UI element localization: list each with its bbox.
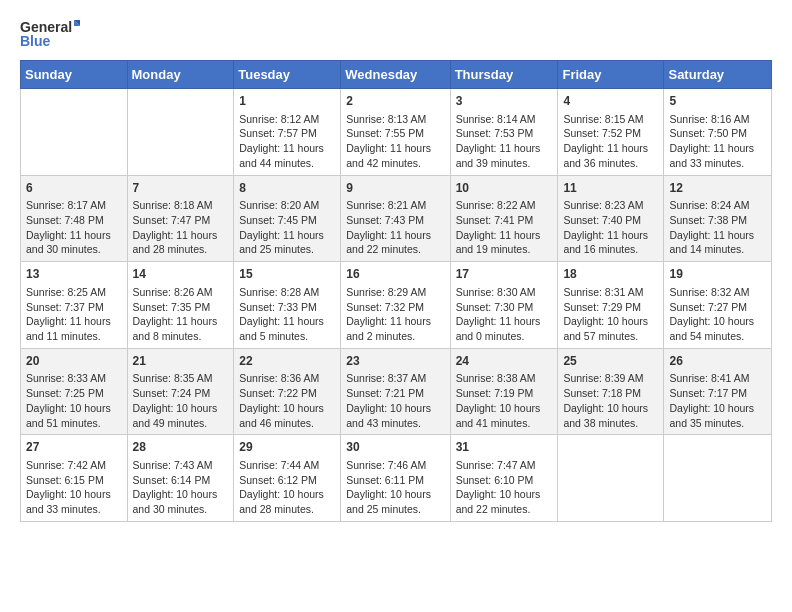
calendar-day-15: 15Sunrise: 8:28 AM Sunset: 7:33 PM Dayli… [234, 262, 341, 349]
col-header-thursday: Thursday [450, 61, 558, 89]
day-info: Sunrise: 8:26 AM Sunset: 7:35 PM Dayligh… [133, 285, 229, 344]
day-number: 27 [26, 439, 122, 456]
calendar-day-30: 30Sunrise: 7:46 AM Sunset: 6:11 PM Dayli… [341, 435, 450, 522]
calendar-day-31: 31Sunrise: 7:47 AM Sunset: 6:10 PM Dayli… [450, 435, 558, 522]
calendar-day-8: 8Sunrise: 8:20 AM Sunset: 7:45 PM Daylig… [234, 175, 341, 262]
calendar-week-row: 20Sunrise: 8:33 AM Sunset: 7:25 PM Dayli… [21, 348, 772, 435]
calendar-day-24: 24Sunrise: 8:38 AM Sunset: 7:19 PM Dayli… [450, 348, 558, 435]
calendar-table: SundayMondayTuesdayWednesdayThursdayFrid… [20, 60, 772, 522]
calendar-day-7: 7Sunrise: 8:18 AM Sunset: 7:47 PM Daylig… [127, 175, 234, 262]
calendar-day-empty [558, 435, 664, 522]
day-number: 29 [239, 439, 335, 456]
page-header: General Blue [20, 16, 772, 52]
day-number: 23 [346, 353, 444, 370]
day-info: Sunrise: 8:38 AM Sunset: 7:19 PM Dayligh… [456, 371, 553, 430]
day-number: 22 [239, 353, 335, 370]
day-number: 15 [239, 266, 335, 283]
day-number: 10 [456, 180, 553, 197]
calendar-day-11: 11Sunrise: 8:23 AM Sunset: 7:40 PM Dayli… [558, 175, 664, 262]
day-number: 4 [563, 93, 658, 110]
day-info: Sunrise: 8:32 AM Sunset: 7:27 PM Dayligh… [669, 285, 766, 344]
calendar-week-row: 27Sunrise: 7:42 AM Sunset: 6:15 PM Dayli… [21, 435, 772, 522]
day-number: 19 [669, 266, 766, 283]
day-info: Sunrise: 7:47 AM Sunset: 6:10 PM Dayligh… [456, 458, 553, 517]
calendar-week-row: 1Sunrise: 8:12 AM Sunset: 7:57 PM Daylig… [21, 89, 772, 176]
day-info: Sunrise: 7:46 AM Sunset: 6:11 PM Dayligh… [346, 458, 444, 517]
day-info: Sunrise: 8:16 AM Sunset: 7:50 PM Dayligh… [669, 112, 766, 171]
day-info: Sunrise: 8:18 AM Sunset: 7:47 PM Dayligh… [133, 198, 229, 257]
calendar-day-13: 13Sunrise: 8:25 AM Sunset: 7:37 PM Dayli… [21, 262, 128, 349]
day-number: 13 [26, 266, 122, 283]
day-info: Sunrise: 8:20 AM Sunset: 7:45 PM Dayligh… [239, 198, 335, 257]
calendar-day-12: 12Sunrise: 8:24 AM Sunset: 7:38 PM Dayli… [664, 175, 772, 262]
day-number: 9 [346, 180, 444, 197]
calendar-header-row: SundayMondayTuesdayWednesdayThursdayFrid… [21, 61, 772, 89]
calendar-day-17: 17Sunrise: 8:30 AM Sunset: 7:30 PM Dayli… [450, 262, 558, 349]
day-number: 3 [456, 93, 553, 110]
day-info: Sunrise: 8:29 AM Sunset: 7:32 PM Dayligh… [346, 285, 444, 344]
col-header-monday: Monday [127, 61, 234, 89]
day-info: Sunrise: 8:21 AM Sunset: 7:43 PM Dayligh… [346, 198, 444, 257]
calendar-day-26: 26Sunrise: 8:41 AM Sunset: 7:17 PM Dayli… [664, 348, 772, 435]
calendar-day-2: 2Sunrise: 8:13 AM Sunset: 7:55 PM Daylig… [341, 89, 450, 176]
day-info: Sunrise: 8:31 AM Sunset: 7:29 PM Dayligh… [563, 285, 658, 344]
col-header-wednesday: Wednesday [341, 61, 450, 89]
calendar-day-3: 3Sunrise: 8:14 AM Sunset: 7:53 PM Daylig… [450, 89, 558, 176]
day-info: Sunrise: 8:30 AM Sunset: 7:30 PM Dayligh… [456, 285, 553, 344]
calendar-day-empty [664, 435, 772, 522]
calendar-day-9: 9Sunrise: 8:21 AM Sunset: 7:43 PM Daylig… [341, 175, 450, 262]
logo-svg: General Blue [20, 16, 80, 52]
calendar-day-29: 29Sunrise: 7:44 AM Sunset: 6:12 PM Dayli… [234, 435, 341, 522]
day-info: Sunrise: 7:42 AM Sunset: 6:15 PM Dayligh… [26, 458, 122, 517]
day-info: Sunrise: 8:15 AM Sunset: 7:52 PM Dayligh… [563, 112, 658, 171]
calendar-day-25: 25Sunrise: 8:39 AM Sunset: 7:18 PM Dayli… [558, 348, 664, 435]
calendar-day-28: 28Sunrise: 7:43 AM Sunset: 6:14 PM Dayli… [127, 435, 234, 522]
day-info: Sunrise: 8:12 AM Sunset: 7:57 PM Dayligh… [239, 112, 335, 171]
calendar-day-23: 23Sunrise: 8:37 AM Sunset: 7:21 PM Dayli… [341, 348, 450, 435]
day-info: Sunrise: 8:22 AM Sunset: 7:41 PM Dayligh… [456, 198, 553, 257]
day-number: 28 [133, 439, 229, 456]
day-info: Sunrise: 8:14 AM Sunset: 7:53 PM Dayligh… [456, 112, 553, 171]
day-number: 21 [133, 353, 229, 370]
calendar-week-row: 6Sunrise: 8:17 AM Sunset: 7:48 PM Daylig… [21, 175, 772, 262]
calendar-day-1: 1Sunrise: 8:12 AM Sunset: 7:57 PM Daylig… [234, 89, 341, 176]
day-number: 18 [563, 266, 658, 283]
day-info: Sunrise: 8:39 AM Sunset: 7:18 PM Dayligh… [563, 371, 658, 430]
calendar-day-14: 14Sunrise: 8:26 AM Sunset: 7:35 PM Dayli… [127, 262, 234, 349]
day-info: Sunrise: 8:28 AM Sunset: 7:33 PM Dayligh… [239, 285, 335, 344]
col-header-sunday: Sunday [21, 61, 128, 89]
day-number: 30 [346, 439, 444, 456]
calendar-day-18: 18Sunrise: 8:31 AM Sunset: 7:29 PM Dayli… [558, 262, 664, 349]
day-info: Sunrise: 8:24 AM Sunset: 7:38 PM Dayligh… [669, 198, 766, 257]
calendar-day-19: 19Sunrise: 8:32 AM Sunset: 7:27 PM Dayli… [664, 262, 772, 349]
day-number: 31 [456, 439, 553, 456]
day-number: 25 [563, 353, 658, 370]
day-info: Sunrise: 8:41 AM Sunset: 7:17 PM Dayligh… [669, 371, 766, 430]
col-header-friday: Friday [558, 61, 664, 89]
day-info: Sunrise: 7:44 AM Sunset: 6:12 PM Dayligh… [239, 458, 335, 517]
day-number: 17 [456, 266, 553, 283]
day-number: 24 [456, 353, 553, 370]
calendar-day-20: 20Sunrise: 8:33 AM Sunset: 7:25 PM Dayli… [21, 348, 128, 435]
day-number: 20 [26, 353, 122, 370]
day-info: Sunrise: 8:37 AM Sunset: 7:21 PM Dayligh… [346, 371, 444, 430]
day-info: Sunrise: 8:23 AM Sunset: 7:40 PM Dayligh… [563, 198, 658, 257]
day-number: 8 [239, 180, 335, 197]
svg-text:Blue: Blue [20, 33, 51, 49]
day-number: 14 [133, 266, 229, 283]
day-number: 12 [669, 180, 766, 197]
day-info: Sunrise: 7:43 AM Sunset: 6:14 PM Dayligh… [133, 458, 229, 517]
day-info: Sunrise: 8:33 AM Sunset: 7:25 PM Dayligh… [26, 371, 122, 430]
logo: General Blue [20, 16, 80, 52]
calendar-day-27: 27Sunrise: 7:42 AM Sunset: 6:15 PM Dayli… [21, 435, 128, 522]
col-header-tuesday: Tuesday [234, 61, 341, 89]
day-number: 11 [563, 180, 658, 197]
day-number: 6 [26, 180, 122, 197]
day-number: 26 [669, 353, 766, 370]
calendar-day-21: 21Sunrise: 8:35 AM Sunset: 7:24 PM Dayli… [127, 348, 234, 435]
calendar-day-4: 4Sunrise: 8:15 AM Sunset: 7:52 PM Daylig… [558, 89, 664, 176]
day-info: Sunrise: 8:36 AM Sunset: 7:22 PM Dayligh… [239, 371, 335, 430]
calendar-day-empty [21, 89, 128, 176]
day-info: Sunrise: 8:13 AM Sunset: 7:55 PM Dayligh… [346, 112, 444, 171]
day-number: 7 [133, 180, 229, 197]
